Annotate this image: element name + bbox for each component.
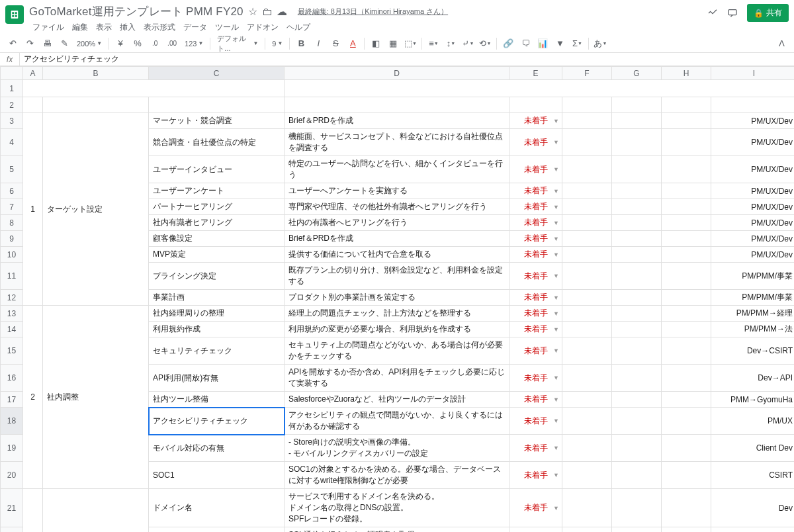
link-button[interactable]: 🔗 bbox=[501, 36, 515, 51]
undo-button[interactable]: ↶ bbox=[5, 36, 20, 51]
col-header-B[interactable]: B bbox=[43, 67, 149, 80]
cell-done[interactable] bbox=[662, 462, 711, 489]
collapse-toolbar-button[interactable]: ᐱ bbox=[774, 36, 789, 51]
cell-status[interactable]: 未着手▼ bbox=[509, 156, 562, 183]
cell-due[interactable] bbox=[562, 156, 612, 183]
chevron-down-icon[interactable]: ▼ bbox=[553, 273, 559, 279]
cell-owner[interactable]: CSIRT bbox=[711, 462, 795, 489]
chevron-down-icon[interactable]: ▼ bbox=[553, 294, 559, 301]
empty-cell[interactable] bbox=[285, 80, 795, 97]
cell-task[interactable]: パートナーヒアリング bbox=[149, 199, 285, 215]
cell-due[interactable] bbox=[562, 129, 612, 156]
row-header-19[interactable]: 19 bbox=[1, 435, 23, 462]
menu-表示形式[interactable]: 表示形式 bbox=[140, 21, 179, 34]
chevron-down-icon[interactable]: ▼ bbox=[553, 396, 559, 403]
col-header-C[interactable]: C bbox=[149, 67, 285, 80]
cell-owner[interactable]: Client Dev bbox=[711, 435, 795, 462]
input-method-button[interactable]: あ▼ bbox=[593, 36, 607, 51]
cell-due[interactable] bbox=[562, 527, 612, 533]
cell-owner[interactable]: Dev→CSIRT bbox=[711, 337, 795, 365]
cell-status[interactable]: 未着手▼ bbox=[509, 527, 562, 533]
cell-status[interactable]: 未着手▼ bbox=[509, 129, 562, 156]
row-header-8[interactable]: 8 bbox=[1, 215, 23, 231]
cell-start[interactable] bbox=[612, 392, 662, 408]
cell-start[interactable] bbox=[612, 183, 662, 199]
cell-task[interactable]: API利用(開放)有無 bbox=[149, 365, 285, 392]
cell-owner[interactable]: PM/UX/Dev bbox=[711, 156, 795, 183]
cell-due[interactable] bbox=[562, 435, 612, 462]
row-header-22[interactable]: 22 bbox=[1, 527, 23, 533]
group-no[interactable]: 2 bbox=[23, 306, 43, 489]
col-header-E[interactable]: E bbox=[509, 67, 562, 80]
cell-due[interactable] bbox=[562, 290, 612, 306]
cell-owner[interactable]: PM/UX/Dev bbox=[711, 129, 795, 156]
cell-start[interactable] bbox=[612, 337, 662, 365]
row-header-21[interactable]: 21 bbox=[1, 489, 23, 527]
format-select[interactable]: 123▼ bbox=[182, 40, 206, 48]
cell-done[interactable] bbox=[662, 489, 711, 527]
cell-detail[interactable]: 既存プラン上の切り分け、別料金設定など、利用料金を設定する bbox=[285, 263, 509, 290]
cell-task[interactable]: プライシング決定 bbox=[149, 263, 285, 290]
cell-task[interactable]: 利用規約作成 bbox=[149, 322, 285, 337]
cell-start[interactable] bbox=[612, 129, 662, 156]
row-header-4[interactable]: 4 bbox=[1, 129, 23, 156]
cell-detail[interactable]: SSL通信を行うための証明書を取得。 証明書の配置。 bbox=[285, 527, 509, 533]
row-header-16[interactable]: 16 bbox=[1, 365, 23, 392]
cell-done[interactable] bbox=[662, 435, 711, 462]
cell-task[interactable]: 社内有識者ヒアリング bbox=[149, 215, 285, 231]
row-header-1[interactable]: 1 bbox=[1, 80, 23, 97]
row-header-2[interactable]: 2 bbox=[1, 97, 23, 113]
cell-detail[interactable]: 専門家や代理店、その他社外有識者へヒアリングを行う bbox=[285, 199, 509, 215]
cell-status[interactable]: 未着手▼ bbox=[509, 199, 562, 215]
cell-owner[interactable]: SRE bbox=[711, 527, 795, 533]
valign-button[interactable]: ↕▼ bbox=[443, 36, 458, 51]
cell-done[interactable] bbox=[662, 337, 711, 365]
cell-task[interactable]: MVP策定 bbox=[149, 247, 285, 263]
group-category[interactable]: ターゲット設定 bbox=[43, 113, 149, 306]
cell-due[interactable] bbox=[562, 306, 612, 322]
font-select[interactable]: デフォルト...▼ bbox=[214, 34, 261, 54]
chevron-down-icon[interactable]: ▼ bbox=[553, 166, 559, 173]
text-color-button[interactable]: A bbox=[345, 36, 360, 51]
cell-task[interactable]: マーケット・競合調査 bbox=[149, 113, 285, 129]
currency-button[interactable]: ¥ bbox=[113, 36, 128, 51]
chevron-down-icon[interactable]: ▼ bbox=[553, 418, 559, 424]
cell-done[interactable] bbox=[662, 290, 711, 306]
cell-detail[interactable]: 提供する価値について社内で合意を取る bbox=[285, 247, 509, 263]
cell-due[interactable] bbox=[562, 231, 612, 247]
cell-detail[interactable]: SOC1の対象とするかを決める。必要な場合、データベースに対するwrite権限制… bbox=[285, 462, 509, 489]
wrap-button[interactable]: ⤶▼ bbox=[461, 36, 475, 51]
cell-task[interactable]: 事業計画 bbox=[149, 290, 285, 306]
chevron-down-icon[interactable]: ▼ bbox=[553, 251, 559, 258]
increase-decimal-button[interactable]: .00 bbox=[165, 36, 179, 51]
italic-button[interactable]: I bbox=[311, 36, 326, 51]
history-icon[interactable] bbox=[707, 8, 718, 19]
cell-status[interactable]: 未着手▼ bbox=[509, 215, 562, 231]
cell-task[interactable]: モバイル対応の有無 bbox=[149, 435, 285, 462]
cell-detail[interactable]: プロダクト別の事業計画を策定する bbox=[285, 290, 509, 306]
cell-done[interactable] bbox=[662, 263, 711, 290]
percent-button[interactable]: % bbox=[130, 36, 145, 51]
row-header-11[interactable]: 11 bbox=[1, 263, 23, 290]
cell-detail[interactable]: 特定のユーザーへ訪問などを行い、細かくインタビューを行う bbox=[285, 156, 509, 183]
chevron-down-icon[interactable]: ▼ bbox=[553, 188, 559, 195]
row-header-9[interactable]: 9 bbox=[1, 231, 23, 247]
menu-挿入[interactable]: 挿入 bbox=[116, 21, 139, 34]
last-edit[interactable]: 最終編集: 8月13日（Kiminori Hirayama さん） bbox=[298, 7, 448, 17]
cell-task[interactable]: セキュリティチェック bbox=[149, 337, 285, 365]
row-header-12[interactable]: 12 bbox=[1, 290, 23, 306]
cell-done[interactable] bbox=[662, 183, 711, 199]
cell-task[interactable]: 競合調査・自社優位点の特定 bbox=[149, 129, 285, 156]
decrease-decimal-button[interactable]: .0 bbox=[148, 36, 162, 51]
paint-format-button[interactable]: ✎ bbox=[57, 36, 71, 51]
cloud-icon[interactable]: ☁ bbox=[277, 7, 287, 17]
row-header-5[interactable]: 5 bbox=[1, 156, 23, 183]
cell-due[interactable] bbox=[562, 392, 612, 408]
cell-status[interactable]: 未着手▼ bbox=[509, 408, 562, 435]
cell-start[interactable] bbox=[612, 408, 662, 435]
comment-icon[interactable] bbox=[727, 8, 738, 19]
cell-status[interactable]: 未着手▼ bbox=[509, 290, 562, 306]
row-header-17[interactable]: 17 bbox=[1, 392, 23, 408]
cell-done[interactable] bbox=[662, 156, 711, 183]
print-button[interactable]: 🖶 bbox=[40, 36, 54, 51]
